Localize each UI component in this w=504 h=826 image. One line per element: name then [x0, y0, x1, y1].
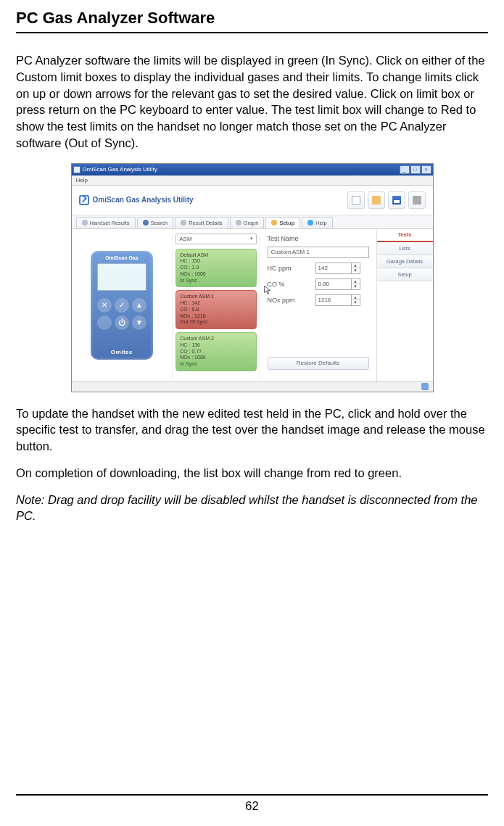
handset-icon	[82, 220, 88, 226]
limit-box-sync: In Sync	[180, 278, 252, 284]
limit-box-custom-asm-1[interactable]: Custom ASM 1 HC : 142 CO : 0.8 NOx : 121…	[175, 290, 256, 329]
paragraph-3: On completion of downloading, the list b…	[16, 465, 488, 482]
help-icon	[307, 220, 313, 226]
limit-box-co: CO : 0.77	[180, 349, 252, 355]
limit-box-title: Custom ASM 1	[180, 294, 252, 300]
co-down-arrow[interactable]: ▼	[352, 284, 360, 289]
tab-search[interactable]: Search	[137, 217, 174, 228]
limit-box-nox: NOx : 1086	[180, 355, 252, 361]
limit-box-sync: Out Of Sync	[180, 319, 252, 326]
tab-handset-results[interactable]: Handset Results	[76, 217, 136, 228]
status-bar	[72, 381, 433, 392]
search-icon	[143, 220, 149, 226]
handset-image[interactable]: OmiScan Gas ✕ ✓ ▲ ⏻ ▼ Omitec	[91, 251, 153, 360]
screenshot-figure: OmiScan Gas Analysis Utility _ □ × Help …	[16, 163, 488, 392]
co-value: 0.80	[316, 279, 351, 289]
limit-box-co: CO : 0.8	[180, 307, 252, 313]
handset-pane: OmiScan Gas ✕ ✓ ▲ ⏻ ▼ Omitec	[72, 229, 173, 381]
hc-spinner[interactable]: 142 ▲▼	[315, 263, 360, 274]
handset-key-down: ▼	[132, 315, 146, 330]
paragraph-1: PC Analyzer software the limits will be …	[16, 52, 488, 152]
tab-label: Handset Results	[90, 220, 130, 226]
brand: OmiScan Gas Analysis Utility	[79, 195, 194, 205]
action-save-button[interactable]	[388, 191, 405, 209]
side-tab-tests[interactable]: Tests	[377, 229, 433, 242]
menubar: Help	[72, 175, 433, 186]
hc-down-arrow[interactable]: ▼	[352, 268, 360, 273]
nox-down-arrow[interactable]: ▼	[352, 300, 360, 305]
tab-label: Help	[315, 220, 326, 226]
menu-help[interactable]: Help	[76, 177, 88, 183]
handset-brand-bottom: Omitec	[111, 349, 133, 355]
test-name-input[interactable]: Custom ASM 1	[268, 247, 369, 258]
co-up-arrow[interactable]: ▲	[352, 279, 360, 285]
limit-box-nox: NOx : 1000	[180, 271, 252, 278]
side-panel: Tests Lists Garage Details Setup	[376, 229, 433, 381]
test-group-select[interactable]: ASM ▾	[175, 234, 256, 244]
action-open-button[interactable]	[347, 191, 365, 209]
window-minimize-button[interactable]: _	[400, 165, 410, 174]
limit-box-hc: HC : 142	[180, 300, 252, 307]
co-label: CO %	[268, 281, 311, 288]
tab-label: Graph	[244, 220, 259, 226]
tab-graph[interactable]: Graph	[230, 217, 265, 228]
hc-up-arrow[interactable]: ▲	[352, 263, 360, 269]
tab-help[interactable]: Help	[302, 217, 332, 228]
limit-box-co: CO : 1.0	[180, 265, 252, 271]
header-panel: OmiScan Gas Analysis Utility	[72, 186, 433, 215]
action-print-button[interactable]	[408, 191, 426, 209]
limit-box-nox: NOx : 1216	[180, 313, 252, 320]
nox-up-arrow[interactable]: ▲	[352, 295, 360, 301]
side-tab-lists[interactable]: Lists	[377, 242, 433, 255]
content-area: OmiScan Gas ✕ ✓ ▲ ⏻ ▼ Omitec ASM	[72, 229, 433, 381]
tab-label: Result Details	[189, 220, 222, 226]
nox-spinner[interactable]: 1216 ▲▼	[315, 294, 360, 306]
paragraph-4-note: Note: Drag and drop facility will be dis…	[16, 492, 488, 525]
limit-list: ASM ▾ Default ASM HC : 150 CO : 1.0 NOx …	[173, 229, 260, 381]
page-title: PC Gas Analyzer Software	[16, 9, 488, 32]
handset-key-power: ⏻	[115, 315, 129, 330]
brand-text: OmiScan Gas Analysis Utility	[93, 196, 194, 204]
chevron-down-icon: ▾	[250, 236, 253, 241]
right-column: Test Name Custom ASM 1 HC ppm 142 ▲▼ CO …	[260, 229, 433, 381]
limit-box-title: Custom ASM 2	[180, 336, 252, 342]
handset-key-back	[97, 315, 112, 330]
nox-label: NOx ppm	[268, 297, 311, 304]
paragraph-2: To update the handset with the new edite…	[16, 405, 488, 455]
details-icon	[181, 220, 186, 226]
tab-result-details[interactable]: Result Details	[175, 217, 228, 228]
folder-icon	[372, 196, 381, 205]
test-form: Test Name Custom ASM 1 HC ppm 142 ▲▼ CO …	[260, 229, 376, 381]
window-maximize-button[interactable]: □	[410, 165, 421, 174]
tab-label: Search	[151, 220, 168, 226]
brand-check-icon	[79, 195, 89, 205]
limit-box-custom-asm-2[interactable]: Custom ASM 2 HC : 136 CO : 0.77 NOx : 10…	[175, 332, 256, 371]
app-icon	[73, 166, 80, 173]
document-icon	[352, 196, 360, 205]
action-folder-button[interactable]	[368, 191, 385, 209]
limit-box-default-asm[interactable]: Default ASM HC : 150 CO : 1.0 NOx : 1000…	[175, 249, 256, 288]
window-titlebar: OmiScan Gas Analysis Utility _ □ ×	[72, 164, 433, 175]
footer-rule	[16, 794, 488, 796]
test-name-label: Test Name	[268, 235, 311, 242]
side-tab-setup[interactable]: Setup	[377, 268, 433, 281]
page-number: 62	[0, 799, 504, 813]
print-icon	[413, 196, 421, 205]
co-spinner[interactable]: 0.80 ▲▼	[315, 278, 360, 290]
restore-defaults-button[interactable]: Restore Defaults	[268, 357, 369, 370]
tab-label: Setup	[279, 220, 294, 226]
limit-box-hc: HC : 150	[180, 258, 252, 265]
title-rule	[16, 32, 488, 33]
window-close-button[interactable]: ×	[421, 165, 431, 174]
save-icon	[392, 196, 401, 205]
app-window: OmiScan Gas Analysis Utility _ □ × Help …	[71, 163, 434, 392]
limit-box-title: Default ASM	[180, 252, 252, 259]
limit-box-hc: HC : 136	[180, 342, 252, 349]
handset-key-x: ✕	[97, 298, 112, 313]
hc-value: 142	[316, 263, 351, 273]
window-title-text: OmiScan Gas Analysis Utility	[83, 166, 157, 173]
side-tab-garage-details[interactable]: Garage Details	[377, 255, 433, 268]
handset-key-up: ▲	[132, 298, 146, 313]
tab-setup[interactable]: Setup	[265, 217, 300, 228]
setup-icon	[271, 220, 277, 226]
